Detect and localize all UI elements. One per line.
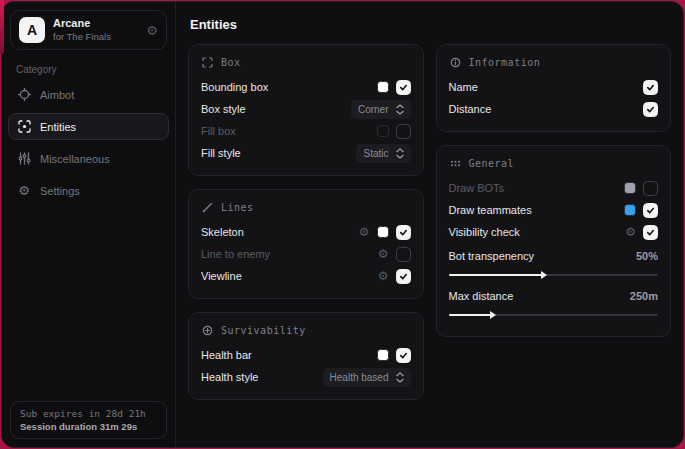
sidebar-nav: Aimbot Entities Miscella	[2, 81, 175, 204]
setting-row-skeleton: Skeleton ⚙	[201, 221, 411, 243]
setting-row-health-bar: Health bar	[201, 344, 411, 366]
bot-transparency-slider[interactable]	[449, 274, 659, 276]
app-logo: A	[19, 17, 45, 43]
fill-box-color-swatch[interactable]	[377, 125, 389, 137]
bot-transparency-value: 50%	[636, 250, 658, 262]
setting-row-line-to-enemy: Line to enemy ⚙	[201, 243, 411, 265]
chevrons-up-down-icon	[396, 372, 404, 383]
lines-card-header: Lines	[202, 202, 411, 213]
bounding-box-checkbox[interactable]	[396, 80, 411, 95]
information-card: Information Name Distance	[436, 44, 672, 132]
brand-subtitle: for The Finals	[53, 31, 138, 43]
box-corners-icon	[202, 57, 213, 68]
health-bar-color-swatch[interactable]	[377, 349, 389, 361]
sliders-icon	[17, 152, 31, 165]
grid-dots-icon	[450, 158, 461, 169]
fill-box-checkbox[interactable]	[396, 124, 411, 139]
info-icon	[450, 57, 461, 68]
page-title: Entities	[190, 17, 671, 32]
scan-eye-icon	[17, 120, 31, 133]
setting-row-draw-bots: Draw BOTs	[449, 177, 659, 199]
sidebar-item-label: Aimbot	[40, 89, 74, 101]
fill-style-dropdown[interactable]: Static	[356, 144, 410, 163]
health-style-dropdown[interactable]: Health based	[323, 368, 411, 387]
skeleton-config-icon[interactable]: ⚙	[359, 225, 370, 239]
sidebar-item-settings[interactable]: ⚙ Settings	[8, 177, 169, 204]
sidebar: A Arcane for The Finals ⚙ Category Aimbo…	[2, 2, 176, 447]
box-card: Box Bounding box Box style	[188, 44, 424, 176]
information-card-header: Information	[450, 57, 659, 68]
sidebar-item-label: Miscellaneous	[40, 153, 110, 165]
brand-settings-icon[interactable]: ⚙	[146, 24, 158, 37]
max-distance-slider[interactable]	[449, 314, 659, 316]
viewline-checkbox[interactable]	[396, 269, 411, 284]
slider-thumb[interactable]	[541, 271, 547, 279]
category-label: Category	[16, 64, 175, 75]
logo-initial: A	[27, 22, 37, 38]
survivability-card: Survivability Health bar Health style	[188, 312, 424, 400]
brand-title: Arcane	[53, 17, 138, 31]
main-panel: Entities Box Bounding box	[176, 2, 683, 447]
general-card: General Draw BOTs Draw teammates	[436, 145, 672, 337]
crosshair-icon	[17, 88, 31, 101]
box-card-header: Box	[202, 57, 411, 68]
brand-card: A Arcane for The Finals ⚙	[10, 10, 167, 50]
skeleton-color-swatch[interactable]	[377, 226, 389, 238]
setting-row-draw-teammates: Draw teammates	[449, 199, 659, 221]
bot-transparency-setting: Bot transpenency 50%	[449, 245, 659, 276]
sidebar-item-aimbot[interactable]: Aimbot	[8, 81, 169, 108]
setting-row-viewline: Viewline ⚙	[201, 265, 411, 287]
sub-expiry-text: Sub expires in 28d 21h	[20, 408, 157, 419]
draw-teammates-color-swatch[interactable]	[624, 204, 636, 216]
diagonal-line-icon	[202, 202, 213, 213]
visibility-check-checkbox[interactable]	[643, 225, 658, 240]
gear-icon: ⚙	[17, 184, 31, 197]
general-card-header: General	[450, 158, 659, 169]
subscription-card: Sub expires in 28d 21h Session duration …	[10, 401, 167, 439]
line-to-enemy-checkbox[interactable]	[396, 247, 411, 262]
setting-row-visibility-check: Visibility check ⚙	[449, 221, 659, 243]
setting-row-box-style: Box style Corner	[201, 98, 411, 120]
box-style-dropdown[interactable]: Corner	[351, 100, 411, 119]
draw-teammates-checkbox[interactable]	[643, 203, 658, 218]
lines-card: Lines Skeleton ⚙ Line to enemy	[188, 189, 424, 299]
sidebar-item-miscellaneous[interactable]: Miscellaneous	[8, 145, 169, 172]
draw-bots-color-swatch[interactable]	[624, 182, 636, 194]
app-window: A Arcane for The Finals ⚙ Category Aimbo…	[1, 1, 684, 448]
distance-checkbox[interactable]	[643, 102, 658, 117]
draw-bots-checkbox[interactable]	[643, 181, 658, 196]
visibility-check-config-icon[interactable]: ⚙	[625, 225, 636, 239]
left-column: Box Bounding box Box style	[188, 44, 424, 400]
brand-text: Arcane for The Finals	[53, 17, 138, 43]
health-cross-icon	[202, 325, 213, 336]
sidebar-item-label: Settings	[40, 185, 80, 197]
bounding-box-color-swatch[interactable]	[377, 81, 389, 93]
sidebar-item-label: Entities	[40, 121, 76, 133]
sidebar-item-entities[interactable]: Entities	[8, 113, 169, 140]
slider-thumb[interactable]	[490, 311, 496, 319]
chevrons-up-down-icon	[396, 104, 404, 115]
setting-row-health-style: Health style Health based	[201, 366, 411, 388]
setting-row-fill-box: Fill box	[201, 120, 411, 142]
right-column: Information Name Distance	[436, 44, 672, 337]
chevrons-up-down-icon	[396, 148, 404, 159]
accent-sliver	[0, 0, 4, 54]
name-checkbox[interactable]	[643, 80, 658, 95]
max-distance-value: 250m	[630, 290, 658, 302]
max-distance-setting: Max distance 250m	[449, 285, 659, 316]
session-duration-text: Session duration 31m 29s	[20, 421, 157, 432]
setting-row-fill-style: Fill style Static	[201, 142, 411, 164]
survivability-card-header: Survivability	[202, 325, 411, 336]
health-bar-checkbox[interactable]	[396, 348, 411, 363]
setting-row-bounding-box: Bounding box	[201, 76, 411, 98]
line-to-enemy-config-icon[interactable]: ⚙	[378, 247, 389, 261]
setting-row-name: Name	[449, 76, 659, 98]
setting-row-distance: Distance	[449, 98, 659, 120]
viewline-config-icon[interactable]: ⚙	[378, 269, 389, 283]
skeleton-checkbox[interactable]	[396, 225, 411, 240]
